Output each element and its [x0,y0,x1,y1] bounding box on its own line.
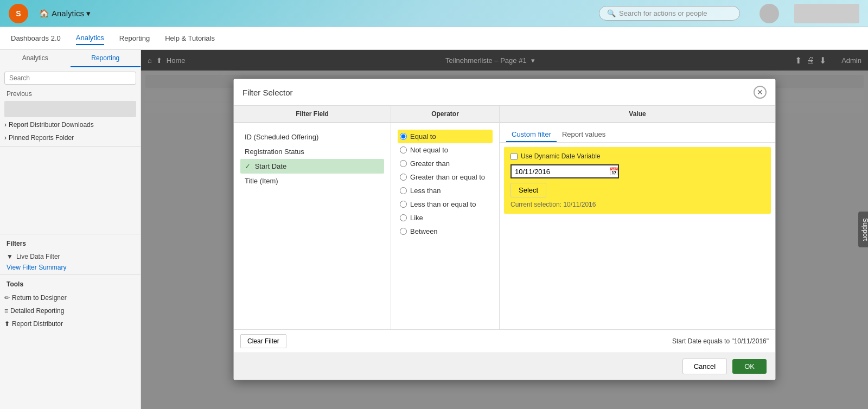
column-headers: Filter Field Operator Value [234,106,775,123]
op-equal-to[interactable]: Equal to [398,130,493,143]
view-filter-summary-link[interactable]: View Filter Summary [0,263,141,272]
main-area: Analytics Reporting Previous › Report Di… [0,50,868,409]
search-bar[interactable]: 🔍 Search for actions or people [599,6,740,21]
field-registration-status[interactable]: Registration Status [240,144,384,159]
sidebar: Analytics Reporting Previous › Report Di… [0,50,141,409]
value-tab-custom[interactable]: Custom filter [506,127,557,142]
nav-item-reporting[interactable]: Reporting [119,32,150,44]
close-icon: ✕ [757,88,763,97]
filter-selector-dialog: Filter Selector ✕ Filter Field Operator … [233,79,776,380]
dialog-body: ID (Scheduled Offering) Registration Sta… [234,123,775,329]
tools-label: Tools [0,277,141,291]
op-not-equal-to[interactable]: Not equal to [398,143,493,157]
select-button[interactable]: Select [510,183,546,197]
filter-field-column: ID (Scheduled Offering) Registration Sta… [234,123,391,329]
sidebar-tab-reporting[interactable]: Reporting [71,50,141,67]
user-info [794,4,859,23]
app-logo: S [9,4,28,23]
col-header-filter-field: Filter Field [234,106,391,123]
op-like[interactable]: Like [398,211,493,225]
date-input-row: 📅 [510,164,619,178]
value-column: Custom filter Report values Use Dynamic … [500,123,775,329]
sidebar-tabs: Analytics Reporting [0,50,141,67]
home-icon: 🏠 [39,9,49,18]
dialog-overlay: Filter Selector ✕ Filter Field Operator … [141,50,868,409]
dialog-bottom-row: Clear Filter Start Date equals to "10/11… [234,329,775,353]
sidebar-item-report-distributor[interactable]: › Report Distributor Downloads [0,118,141,131]
date-input[interactable] [515,168,606,176]
chevron-right-icon: › [4,121,7,129]
divider-1 [0,146,141,147]
calendar-icon[interactable]: 📅 [609,167,618,176]
checkmark-icon: ✓ [245,162,253,170]
second-nav: Dashboards 2.0 Analytics Reporting Help … [0,27,868,50]
tool-return-designer[interactable]: ✏ Return to Designer [0,291,141,304]
sidebar-search-input[interactable] [4,72,136,85]
chevron-down-icon: ▾ [86,9,91,18]
divider-3 [0,274,141,275]
value-tabs: Custom filter Report values [500,123,775,143]
clear-filter-button[interactable]: Clear Filter [240,334,286,348]
avatar [760,4,779,23]
content-area: ⌂ ⬆ Home Teilnehmerliste – Page #1 ▾ ⬆ 🖨… [141,50,868,409]
op-between[interactable]: Between [398,225,493,238]
current-selection-label: Current selection: 10/11/2016 [510,201,764,208]
value-tab-report-values[interactable]: Report values [557,127,611,142]
divider-2 [0,234,141,234]
operator-content: Equal to Not equal to Greater than [391,123,499,329]
nav-item-analytics[interactable]: Analytics [76,31,104,45]
dialog-title: Filter Selector [242,88,293,97]
app-name[interactable]: 🏠 Analytics ▾ [39,9,91,18]
field-start-date[interactable]: ✓ Start Date [240,159,384,174]
filters-label: Filters [0,237,141,251]
chevron-right-icon-2: › [4,134,7,142]
sidebar-search-container [0,67,141,89]
cancel-button[interactable]: Cancel [682,359,727,374]
sidebar-item-pinned-reports[interactable]: › Pinned Reports Folder [0,131,141,144]
distributor-icon: ⬆ [4,320,10,328]
col-header-value: Value [500,106,775,123]
dialog-header: Filter Selector ✕ [234,79,775,106]
filter-icon: ▼ [7,253,13,260]
ok-button[interactable]: OK [732,359,767,374]
tool-report-distributor[interactable]: ⬆ Report Distributor [0,317,141,330]
field-id-scheduled[interactable]: ID (Scheduled Offering) [240,130,384,144]
top-nav: S 🏠 Analytics ▾ 🔍 Search for actions or … [0,0,868,27]
dialog-footer: Cancel OK [234,353,775,380]
tool-detailed-reporting[interactable]: ≡ Detailed Reporting [0,304,141,317]
support-tab[interactable]: Support [858,212,868,247]
search-icon: 🔍 [607,9,616,17]
dynamic-date-label: Use Dynamic Date Variable [521,152,601,160]
dialog-close-button[interactable]: ✕ [754,86,767,99]
op-greater-than-equal[interactable]: Greater than or equal to [398,170,493,184]
op-greater-than[interactable]: Greater than [398,157,493,170]
designer-icon: ✏ [4,294,10,302]
op-less-than[interactable]: Less than [398,184,493,197]
operator-column: Equal to Not equal to Greater than [391,123,500,329]
col-header-operator: Operator [391,106,500,123]
nav-item-help[interactable]: Help & Tutorials [165,32,215,44]
filter-field-content: ID (Scheduled Offering) Registration Sta… [234,123,391,329]
status-text: Start Date equals to "10/11/2016" [666,337,769,345]
dynamic-date-checkbox[interactable] [510,153,518,160]
field-title-item[interactable]: Title (Item) [240,174,384,188]
progress-bar [4,101,136,117]
op-less-than-equal[interactable]: Less than or equal to [398,197,493,211]
value-content-area: Use Dynamic Date Variable 📅 Select Curre… [504,147,771,214]
reporting-icon: ≡ [4,307,8,315]
live-data-filter[interactable]: ▼ Live Data Filter [0,251,141,263]
nav-item-dashboards[interactable]: Dashboards 2.0 [11,32,61,44]
sidebar-tab-analytics[interactable]: Analytics [0,50,71,67]
dynamic-date-row: Use Dynamic Date Variable [510,152,764,160]
previous-label: Previous [0,89,141,100]
